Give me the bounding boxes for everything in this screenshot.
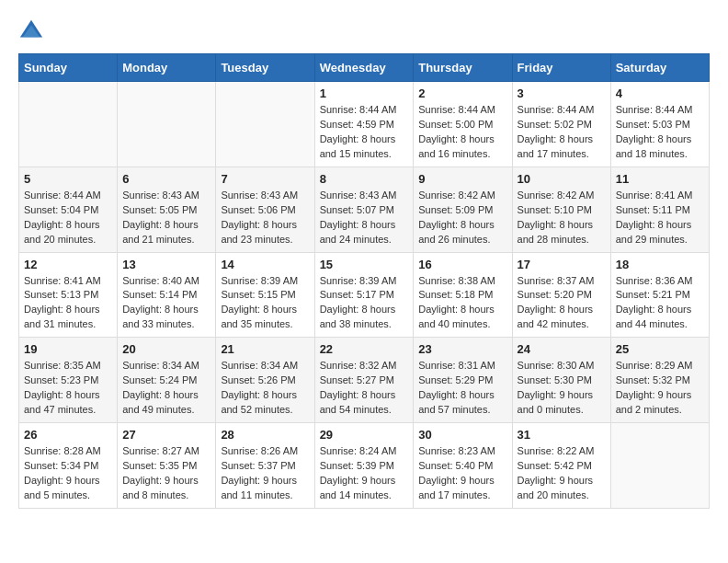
day-number: 6 (122, 172, 210, 186)
calendar-cell: 2Sunrise: 8:44 AM Sunset: 5:00 PM Daylig… (414, 82, 512, 167)
logo (18, 18, 48, 44)
calendar-cell: 9Sunrise: 8:42 AM Sunset: 5:09 PM Daylig… (414, 167, 512, 252)
calendar-cell (19, 82, 118, 167)
calendar-cell: 22Sunrise: 8:32 AM Sunset: 5:27 PM Dayli… (314, 338, 414, 423)
calendar-cell: 15Sunrise: 8:39 AM Sunset: 5:17 PM Dayli… (314, 252, 414, 338)
calendar-cell: 6Sunrise: 8:43 AM Sunset: 5:05 PM Daylig… (118, 167, 216, 252)
day-number: 29 (320, 428, 409, 442)
day-info: Sunrise: 8:44 AM Sunset: 4:59 PM Dayligh… (320, 103, 409, 162)
day-number: 28 (221, 428, 309, 442)
day-header-wednesday: Wednesday (314, 54, 414, 82)
day-info: Sunrise: 8:38 AM Sunset: 5:18 PM Dayligh… (418, 274, 506, 333)
day-info: Sunrise: 8:26 AM Sunset: 5:37 PM Dayligh… (221, 444, 309, 503)
calendar-cell: 5Sunrise: 8:44 AM Sunset: 5:04 PM Daylig… (19, 167, 118, 252)
day-info: Sunrise: 8:24 AM Sunset: 5:39 PM Dayligh… (320, 444, 409, 503)
day-info: Sunrise: 8:28 AM Sunset: 5:34 PM Dayligh… (24, 444, 112, 503)
day-number: 31 (518, 428, 606, 442)
calendar-cell: 17Sunrise: 8:37 AM Sunset: 5:20 PM Dayli… (512, 252, 610, 338)
day-number: 1 (320, 86, 409, 100)
day-number: 4 (616, 86, 704, 100)
calendar-cell: 16Sunrise: 8:38 AM Sunset: 5:18 PM Dayli… (414, 252, 512, 338)
calendar-cell: 30Sunrise: 8:23 AM Sunset: 5:40 PM Dayli… (414, 423, 512, 509)
day-info: Sunrise: 8:44 AM Sunset: 5:03 PM Dayligh… (616, 103, 704, 162)
day-header-thursday: Thursday (414, 54, 512, 82)
calendar-cell: 20Sunrise: 8:34 AM Sunset: 5:24 PM Dayli… (118, 338, 216, 423)
logo-icon (18, 18, 44, 44)
day-info: Sunrise: 8:31 AM Sunset: 5:29 PM Dayligh… (418, 359, 506, 418)
day-info: Sunrise: 8:44 AM Sunset: 5:00 PM Dayligh… (418, 103, 506, 162)
day-info: Sunrise: 8:39 AM Sunset: 5:15 PM Dayligh… (221, 274, 309, 333)
day-number: 25 (616, 342, 704, 356)
day-info: Sunrise: 8:43 AM Sunset: 5:06 PM Dayligh… (221, 189, 309, 247)
calendar-cell: 11Sunrise: 8:41 AM Sunset: 5:11 PM Dayli… (610, 167, 709, 252)
day-number: 24 (518, 342, 606, 356)
day-info: Sunrise: 8:36 AM Sunset: 5:21 PM Dayligh… (616, 274, 704, 333)
day-number: 22 (320, 342, 409, 356)
day-header-saturday: Saturday (610, 54, 709, 82)
day-info: Sunrise: 8:39 AM Sunset: 5:17 PM Dayligh… (320, 274, 409, 333)
day-info: Sunrise: 8:34 AM Sunset: 5:24 PM Dayligh… (122, 359, 210, 418)
day-header-tuesday: Tuesday (216, 54, 314, 82)
calendar-cell: 24Sunrise: 8:30 AM Sunset: 5:30 PM Dayli… (512, 338, 610, 423)
day-info: Sunrise: 8:35 AM Sunset: 5:23 PM Dayligh… (24, 359, 112, 418)
day-number: 13 (122, 258, 210, 271)
day-number: 15 (320, 258, 409, 271)
calendar-week-row: 26Sunrise: 8:28 AM Sunset: 5:34 PM Dayli… (19, 423, 710, 509)
day-info: Sunrise: 8:29 AM Sunset: 5:32 PM Dayligh… (616, 359, 704, 418)
day-header-monday: Monday (118, 54, 216, 82)
day-info: Sunrise: 8:37 AM Sunset: 5:20 PM Dayligh… (518, 274, 606, 333)
day-info: Sunrise: 8:41 AM Sunset: 5:13 PM Dayligh… (24, 274, 112, 333)
calendar-cell: 3Sunrise: 8:44 AM Sunset: 5:02 PM Daylig… (512, 82, 610, 167)
day-number: 10 (518, 172, 606, 186)
calendar-cell: 29Sunrise: 8:24 AM Sunset: 5:39 PM Dayli… (314, 423, 414, 509)
day-info: Sunrise: 8:42 AM Sunset: 5:10 PM Dayligh… (518, 189, 606, 247)
day-number: 2 (418, 86, 506, 100)
day-number: 5 (24, 172, 112, 186)
day-number: 23 (418, 342, 506, 356)
calendar-table: SundayMondayTuesdayWednesdayThursdayFrid… (18, 53, 710, 509)
day-number: 7 (221, 172, 309, 186)
day-info: Sunrise: 8:27 AM Sunset: 5:35 PM Dayligh… (122, 444, 210, 503)
day-number: 8 (320, 172, 409, 186)
day-number: 26 (24, 428, 112, 442)
calendar-cell: 7Sunrise: 8:43 AM Sunset: 5:06 PM Daylig… (216, 167, 314, 252)
day-number: 18 (616, 258, 704, 271)
day-info: Sunrise: 8:23 AM Sunset: 5:40 PM Dayligh… (418, 444, 506, 503)
day-number: 11 (616, 172, 704, 186)
day-number: 12 (24, 258, 112, 271)
day-number: 16 (418, 258, 506, 271)
day-number: 3 (518, 86, 606, 100)
calendar-cell (610, 423, 709, 509)
day-number: 27 (122, 428, 210, 442)
calendar-week-row: 1Sunrise: 8:44 AM Sunset: 4:59 PM Daylig… (19, 82, 710, 167)
day-info: Sunrise: 8:41 AM Sunset: 5:11 PM Dayligh… (616, 189, 704, 247)
day-header-sunday: Sunday (19, 54, 118, 82)
calendar-cell: 26Sunrise: 8:28 AM Sunset: 5:34 PM Dayli… (19, 423, 118, 509)
calendar-week-row: 19Sunrise: 8:35 AM Sunset: 5:23 PM Dayli… (19, 338, 710, 423)
calendar-header-row: SundayMondayTuesdayWednesdayThursdayFrid… (19, 54, 710, 82)
day-header-friday: Friday (512, 54, 610, 82)
day-info: Sunrise: 8:44 AM Sunset: 5:02 PM Dayligh… (518, 103, 606, 162)
day-info: Sunrise: 8:34 AM Sunset: 5:26 PM Dayligh… (221, 359, 309, 418)
calendar-cell: 10Sunrise: 8:42 AM Sunset: 5:10 PM Dayli… (512, 167, 610, 252)
calendar-cell: 13Sunrise: 8:40 AM Sunset: 5:14 PM Dayli… (118, 252, 216, 338)
day-info: Sunrise: 8:44 AM Sunset: 5:04 PM Dayligh… (24, 189, 112, 247)
day-number: 17 (518, 258, 606, 271)
calendar-cell: 28Sunrise: 8:26 AM Sunset: 5:37 PM Dayli… (216, 423, 314, 509)
day-number: 19 (24, 342, 112, 356)
day-info: Sunrise: 8:42 AM Sunset: 5:09 PM Dayligh… (418, 189, 506, 247)
day-number: 30 (418, 428, 506, 442)
day-info: Sunrise: 8:32 AM Sunset: 5:27 PM Dayligh… (320, 359, 409, 418)
day-info: Sunrise: 8:22 AM Sunset: 5:42 PM Dayligh… (518, 444, 606, 503)
calendar-cell: 31Sunrise: 8:22 AM Sunset: 5:42 PM Dayli… (512, 423, 610, 509)
calendar-cell: 4Sunrise: 8:44 AM Sunset: 5:03 PM Daylig… (610, 82, 709, 167)
calendar-cell: 18Sunrise: 8:36 AM Sunset: 5:21 PM Dayli… (610, 252, 709, 338)
calendar-cell (118, 82, 216, 167)
day-number: 14 (221, 258, 309, 271)
calendar-cell: 23Sunrise: 8:31 AM Sunset: 5:29 PM Dayli… (414, 338, 512, 423)
day-info: Sunrise: 8:40 AM Sunset: 5:14 PM Dayligh… (122, 274, 210, 333)
day-info: Sunrise: 8:30 AM Sunset: 5:30 PM Dayligh… (518, 359, 606, 418)
calendar-cell: 19Sunrise: 8:35 AM Sunset: 5:23 PM Dayli… (19, 338, 118, 423)
day-info: Sunrise: 8:43 AM Sunset: 5:07 PM Dayligh… (320, 189, 409, 247)
day-number: 21 (221, 342, 309, 356)
